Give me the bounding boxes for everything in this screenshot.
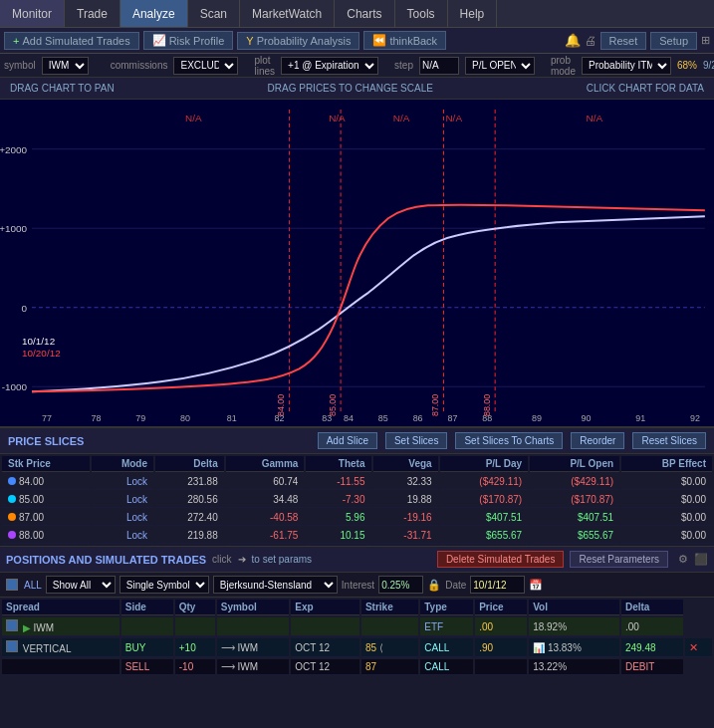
svg-text:81: 81 [227, 413, 237, 423]
model-select[interactable]: Bjerksund-Stensland [213, 576, 338, 594]
calendar-icon: 📅 [529, 579, 543, 592]
checkbox-all[interactable] [6, 579, 18, 591]
checkbox-iwm[interactable] [6, 619, 18, 631]
drag-pan-label: DRAG CHART TO PAN [10, 83, 115, 94]
svg-text:N/A: N/A [587, 113, 603, 123]
nav-charts[interactable]: Charts [335, 0, 394, 27]
sell-exp: OCT 12 [291, 659, 359, 675]
sell-vol: 13.22% [529, 659, 619, 675]
nav-help[interactable]: Help [448, 0, 498, 27]
set-slices-button[interactable]: Set Slices [385, 432, 447, 449]
slice-theta-0: -11.55 [306, 474, 370, 490]
reset-slices-button[interactable]: Reset Slices [632, 432, 706, 449]
set-slices-to-charts-button[interactable]: Set Slices To Charts [455, 432, 563, 449]
vert-close-button[interactable]: ✕ [689, 641, 698, 653]
svg-text:+1000: +1000 [0, 223, 27, 234]
slice-plopen-0: ($429.11) [530, 474, 619, 490]
settings-icon: ⚙ [678, 553, 688, 566]
all-label: ALL [24, 580, 42, 591]
symbol-label: symbol [4, 60, 36, 71]
add-simulated-trades-button[interactable]: + Add Simulated Trades [4, 32, 139, 50]
nav-tools[interactable]: Tools [395, 0, 448, 27]
vert-qty: +10 [175, 638, 215, 657]
prob-mode-label: prob mode [551, 55, 576, 77]
nav-monitor[interactable]: Monitor [0, 0, 65, 27]
nav-trade[interactable]: Trade [65, 0, 120, 27]
nav-analyze[interactable]: Analyze [120, 0, 188, 27]
col-mode: Mode [92, 456, 153, 472]
slice-price-2: 87.00 [19, 512, 44, 523]
prob-range-value: 68% [677, 60, 697, 71]
reset-button[interactable]: Reset [600, 32, 647, 50]
nav-scan[interactable]: Scan [188, 0, 240, 27]
symbol-select[interactable]: IWM [42, 57, 89, 75]
list-item: VERTICAL BUY +10 ⟶ IWM OCT 12 85 ⟨ CALL … [2, 638, 712, 657]
slice-gamma-2: -40.58 [226, 510, 305, 526]
single-symbol-select[interactable]: Single Symbol [119, 576, 209, 594]
date-input[interactable] [470, 576, 525, 594]
add-slice-button[interactable]: Add Slice [318, 432, 377, 449]
iwm-side [121, 617, 173, 636]
iwm-type: ETF [420, 617, 473, 636]
slice-plday-3: $655.67 [440, 528, 528, 544]
vert-delta: 249.48 [621, 638, 683, 657]
slice-vega-0: 32.33 [373, 474, 438, 490]
vert-vol-chart: 📊 [533, 642, 545, 653]
col-side: Side [121, 600, 173, 615]
table-row: 85.00 Lock 280.56 34.48 -7.30 19.88 ($17… [2, 492, 712, 508]
date-label: Date [445, 580, 466, 591]
sell-strike-val: 87 [365, 661, 376, 672]
col-gamma: Gamma [226, 456, 305, 472]
plot-mode-select[interactable]: P/L OPEN [465, 57, 535, 75]
click-data-label: CLICK CHART FOR DATA [587, 83, 704, 94]
reorder-slices-button[interactable]: Reorder [571, 432, 624, 449]
svg-text:10/20/12: 10/20/12 [22, 348, 61, 359]
col-symbol: Symbol [217, 600, 290, 615]
plot-lines-select[interactable]: +1 @ Expiration [281, 57, 378, 75]
svg-text:77: 77 [42, 413, 52, 423]
thinkback-button[interactable]: ⏪ thinkBack [363, 31, 446, 50]
probability-analysis-button[interactable]: Y Probability Analysis [237, 32, 359, 50]
controls-row: symbol IWM commissions EXCLUDE plot line… [0, 54, 714, 78]
svg-text:-1000: -1000 [2, 381, 28, 392]
sell-spread [2, 659, 119, 675]
slice-plday-1: ($170.87) [440, 492, 528, 508]
iwm-symbol-col [217, 617, 290, 636]
svg-text:80: 80 [180, 413, 190, 423]
slice-plopen-2: $407.51 [530, 510, 619, 526]
nav-marketwatch[interactable]: MarketWatch [240, 0, 335, 27]
bell-icon: 🔔 [565, 33, 581, 48]
printer-icon: 🖨 [585, 34, 596, 48]
show-all-select[interactable]: Show All [46, 576, 116, 594]
set-params-label: to set params [252, 554, 313, 565]
svg-text:85: 85 [378, 413, 388, 423]
sell-type: CALL [420, 659, 473, 675]
svg-text:N/A: N/A [393, 113, 410, 123]
commissions-select[interactable]: EXCLUDE [173, 57, 238, 75]
iwm-vol: 18.92% [529, 617, 619, 636]
positions-table-header: Spread Side Qty Symbol Exp Strike Type P… [2, 600, 712, 615]
col-price: Price [475, 600, 527, 615]
checkbox-vert[interactable] [6, 640, 18, 652]
positions-header: POSITIONS AND SIMULATED TRADES click ➔ t… [0, 547, 714, 573]
setup-button[interactable]: Setup [650, 32, 697, 50]
interest-input[interactable] [378, 576, 423, 594]
plot-lines-label: plot lines [254, 55, 275, 77]
vert-side: BUY [121, 638, 173, 657]
svg-text:N/A: N/A [329, 113, 346, 123]
step-input[interactable] [419, 57, 459, 75]
delete-simulated-trades-button[interactable]: Delete Simulated Trades [437, 551, 565, 568]
slices-title: PRICE SLICES [8, 435, 310, 447]
slice-theta-1: -7.30 [306, 492, 370, 508]
col-spread: Spread [2, 600, 119, 615]
reset-parameters-button[interactable]: Reset Parameters [570, 551, 668, 568]
chart-svg: +2000 +1000 0 -1000 N/A N/A N/A N/A N/A … [0, 100, 714, 426]
lock-icon: 🔒 [427, 579, 441, 592]
svg-text:88: 88 [482, 413, 492, 423]
prob-mode-select[interactable]: Probability ITM [582, 57, 671, 75]
slice-theta-2: 5.96 [306, 510, 370, 526]
risk-profile-button[interactable]: 📈 Risk Profile [143, 31, 234, 50]
chart-area[interactable]: +2000 +1000 0 -1000 N/A N/A N/A N/A N/A … [0, 100, 714, 428]
positions-title: POSITIONS AND SIMULATED TRADES [6, 554, 206, 566]
vert-strike-arrow: ⟨ [379, 642, 383, 653]
